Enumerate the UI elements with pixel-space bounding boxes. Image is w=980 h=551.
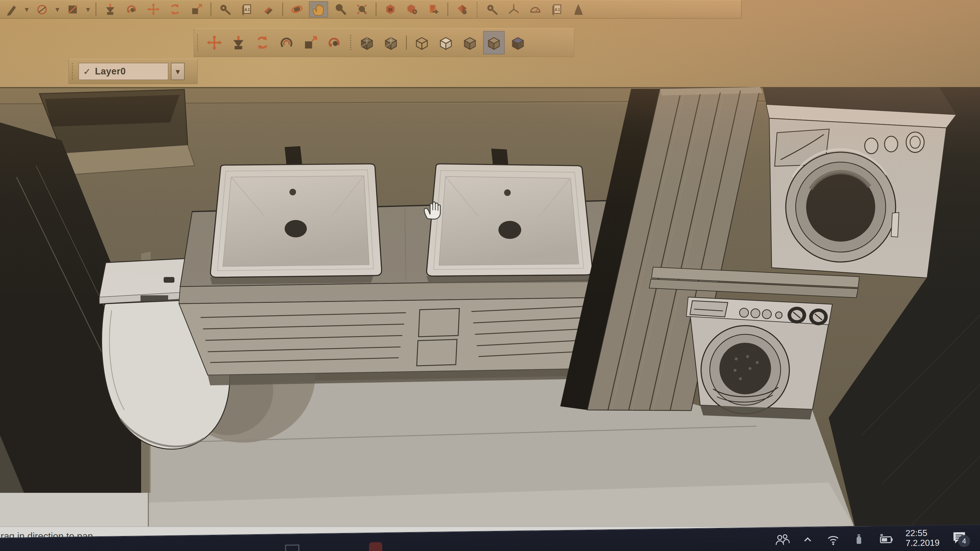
tool-eraser[interactable] <box>259 1 278 17</box>
tool-arcs[interactable] <box>32 1 52 17</box>
tool-rotate2[interactable] <box>251 31 273 54</box>
line-icon <box>5 2 18 16</box>
tool-text3d[interactable] <box>569 1 588 17</box>
chevron-up-icon[interactable] <box>801 534 815 546</box>
model-viewport[interactable] <box>0 87 980 527</box>
toolbar-drag-handle[interactable] <box>72 63 73 80</box>
current-layer-name: Layer0 <box>95 66 126 77</box>
sketchup-window: ▾▾▾A1A1 ✓ Layer0 ▾ <box>0 0 980 551</box>
tool-protractor[interactable] <box>526 1 545 17</box>
rotate-icon <box>168 2 182 16</box>
orbit-icon <box>290 2 304 16</box>
dropdown-arrow-icon[interactable]: ▾ <box>54 1 60 17</box>
tool-orbit[interactable] <box>287 1 307 17</box>
tool-cube-hidden[interactable] <box>435 31 457 54</box>
cube-wire-icon <box>414 34 430 51</box>
layer-dropdown-button[interactable]: ▾ <box>171 63 185 80</box>
taskbar-app-icon[interactable] <box>285 545 300 551</box>
system-tray: 22:55 7.2.2019 4 <box>774 526 968 551</box>
tool-dim[interactable]: A1 <box>237 1 256 17</box>
tool-tape[interactable] <box>216 1 235 17</box>
layout-icon <box>426 2 441 16</box>
pan-icon <box>312 2 326 16</box>
tool-line[interactable] <box>2 1 21 17</box>
tool-zoom[interactable] <box>331 1 350 17</box>
tool-cube-mono[interactable] <box>507 31 529 54</box>
tool-layout[interactable] <box>424 1 443 17</box>
tool-extwarehouse[interactable] <box>402 1 422 17</box>
arcs-icon <box>35 2 49 16</box>
tool-scale[interactable] <box>187 1 206 17</box>
wifi-icon[interactable] <box>826 532 841 546</box>
tape2-icon <box>485 2 499 16</box>
shower-tray-panel <box>0 489 148 527</box>
rotate2-icon <box>254 34 271 51</box>
pushpull-icon <box>103 2 117 16</box>
tool-move2[interactable] <box>204 31 225 54</box>
move-icon <box>146 2 160 16</box>
tool-followme2[interactable] <box>324 31 345 54</box>
tool-rect[interactable] <box>63 1 82 17</box>
move2-icon <box>206 34 223 51</box>
pushpull2-icon <box>230 34 247 51</box>
zoom-icon <box>333 2 347 16</box>
tool-zoomext[interactable] <box>352 1 371 17</box>
layer-field[interactable]: ✓ Layer0 <box>78 63 169 80</box>
people-icon[interactable] <box>774 533 790 547</box>
tool-offset[interactable] <box>275 31 297 54</box>
offset-icon <box>278 34 295 51</box>
tool-pushpull[interactable] <box>100 1 120 17</box>
followme-icon <box>125 2 139 16</box>
dropdown-arrow-icon[interactable]: ▾ <box>85 1 91 17</box>
toolbar-separator <box>95 2 96 16</box>
tool-pan[interactable] <box>309 1 328 17</box>
tool-move[interactable] <box>144 1 163 17</box>
toolbar-drag-handle[interactable] <box>197 34 198 51</box>
notification-badge: 4 <box>958 535 970 548</box>
eraser-icon <box>261 2 275 16</box>
sink-right <box>426 164 593 283</box>
zoomext-icon <box>355 2 369 16</box>
tool-tape2[interactable] <box>482 1 502 17</box>
usb-device-icon[interactable] <box>852 532 865 546</box>
tool-cube-xray[interactable] <box>356 31 378 54</box>
dropdown-arrow-icon[interactable]: ▾ <box>24 1 30 17</box>
scale-icon <box>190 2 204 16</box>
tool-rotate[interactable] <box>165 1 185 17</box>
tool-pushpull2[interactable] <box>228 31 249 54</box>
tool-warehouse[interactable] <box>381 1 400 17</box>
tool-axes[interactable] <box>504 1 523 17</box>
toolbar-separator <box>282 2 283 16</box>
taskbar-app-icon[interactable] <box>369 542 382 551</box>
tool-cube-shadedtex[interactable] <box>483 31 505 54</box>
tool-followme[interactable] <box>122 1 142 17</box>
cube-shaded-icon <box>461 34 478 51</box>
scale2-icon <box>302 34 319 51</box>
cube-xray-icon <box>358 34 375 51</box>
tool-styles[interactable] <box>452 1 472 17</box>
followme2-icon <box>326 34 343 51</box>
action-center-button[interactable]: 4 <box>951 529 968 546</box>
washer-top-door-handle <box>891 213 899 237</box>
vanity-cabinet <box>179 297 625 385</box>
toolbar-separator <box>210 2 212 16</box>
cube-backedges-icon <box>382 34 399 51</box>
battery-plug-icon[interactable] <box>877 532 894 545</box>
cube-hidden-icon <box>438 34 454 51</box>
tool-dim2[interactable]: A1 <box>547 1 566 17</box>
layer-visible-check-icon: ✓ <box>83 66 91 77</box>
svg-text:A1: A1 <box>555 6 560 12</box>
dim2-icon: A1 <box>550 2 564 16</box>
svg-text:A1: A1 <box>244 6 250 12</box>
taskbar-clock[interactable]: 22:55 7.2.2019 <box>905 528 940 548</box>
washer-bottom <box>686 297 832 419</box>
tool-cube-wire[interactable] <box>411 31 433 54</box>
tool-cube-shaded[interactable] <box>459 31 481 54</box>
toolbar-separator <box>447 2 448 16</box>
toolbar-separator <box>476 2 478 17</box>
sink-left <box>210 164 382 284</box>
toolbar-separator <box>375 2 377 16</box>
tool-scale2[interactable] <box>300 31 321 54</box>
extwarehouse-icon <box>405 2 419 16</box>
tool-cube-backedges[interactable] <box>380 31 402 54</box>
